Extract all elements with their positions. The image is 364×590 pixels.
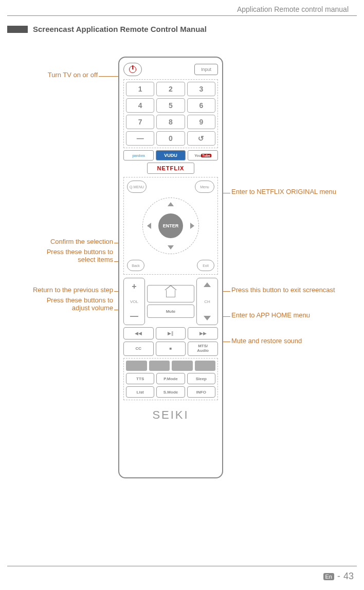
callout-confirm: Confirm the selection [10, 238, 113, 245]
rewind-button[interactable]: ◀◀ [123, 327, 154, 339]
vudu-button[interactable]: VUDU [156, 150, 186, 160]
callout-previous: Return to the previous step [5, 286, 113, 294]
fastforward-button[interactable]: ▶▶ [188, 327, 218, 339]
header-rule [7, 15, 357, 16]
callout-mute: Mute and restore sound [231, 337, 302, 345]
num-2[interactable]: 2 [156, 82, 185, 96]
number-pad: 1 2 3 4 5 6 7 8 9 — 0 ↺ [123, 79, 218, 148]
smode-button[interactable]: S.Mode [156, 386, 185, 398]
nav-section: Q.MENU Menu ENTER Back Exit [123, 177, 218, 275]
youtube-button[interactable]: YouTube [188, 150, 218, 160]
playpause-button[interactable]: ▶‖ [156, 327, 186, 339]
color-blue[interactable] [195, 361, 216, 371]
brand-logo: SEIKI [123, 408, 218, 422]
dpad-up[interactable] [168, 202, 174, 206]
dpad-ring: ENTER [142, 198, 199, 254]
sleep-button[interactable]: Sleep [187, 373, 215, 384]
vol-down[interactable]: — [130, 312, 138, 320]
num-1[interactable]: 1 [126, 82, 154, 96]
input-button[interactable]: Input [194, 64, 218, 75]
callout-home: Enter to APP HOME menu [231, 311, 310, 319]
menu-button[interactable]: Menu [195, 181, 214, 193]
dpad-down[interactable] [168, 245, 174, 249]
footer-rule [7, 566, 357, 566]
ch-down[interactable] [204, 316, 211, 320]
footer-lang: En [323, 573, 334, 580]
tts-button[interactable]: TTS [126, 373, 154, 384]
list-button[interactable]: List [126, 386, 154, 398]
num-return[interactable]: ↺ [187, 131, 215, 146]
back-button[interactable]: Back [127, 260, 144, 271]
num-dash[interactable]: — [126, 131, 154, 146]
info-button[interactable]: INFO [187, 386, 215, 398]
num-5[interactable]: 5 [156, 98, 185, 113]
title-text: Screencast Application Remote Control Ma… [33, 25, 207, 33]
footer-page: 43 [343, 571, 354, 582]
callout-power: Turn TV on or off [10, 71, 98, 79]
pmode-button[interactable]: P.Mode [156, 373, 185, 384]
remote-body: Input 1 2 3 4 5 6 7 8 9 — 0 ↺ pandora VU… [118, 57, 223, 478]
num-7[interactable]: 7 [126, 115, 154, 129]
enter-button[interactable]: ENTER [158, 213, 183, 238]
num-3[interactable]: 3 [187, 82, 215, 96]
num-6[interactable]: 6 [187, 98, 215, 113]
mts-button[interactable]: MTS/ Audio [188, 342, 218, 356]
channel-rocker[interactable]: CH [196, 278, 218, 325]
vol-label: VOL [130, 299, 138, 304]
color-yellow[interactable] [172, 361, 193, 371]
num-8[interactable]: 8 [156, 115, 185, 129]
vol-up[interactable]: + [132, 282, 136, 291]
num-4[interactable]: 4 [126, 98, 154, 113]
ch-up[interactable] [204, 282, 211, 287]
section-title: Screencast Application Remote Control Ma… [7, 25, 207, 33]
color-green[interactable] [149, 361, 170, 371]
color-red[interactable] [126, 361, 147, 371]
stop-button[interactable]: ■ [156, 342, 186, 356]
mute-button[interactable]: Mute [147, 305, 194, 318]
cc-button[interactable]: CC [123, 342, 154, 356]
dpad-right[interactable] [190, 223, 194, 229]
exit-button[interactable]: Exit [197, 260, 214, 271]
power-icon [129, 66, 136, 73]
callout-exit: Press this button to exit screencast [231, 286, 335, 294]
header-subtitle: Application Remote control manual [237, 5, 349, 13]
callout-volume: Press these buttons to adjust volume [10, 296, 113, 312]
footer-sep: - [337, 571, 340, 582]
bottom-section: TTS P.Mode Sleep List S.Mode INFO [123, 358, 218, 400]
pandora-button[interactable]: pandora [123, 150, 154, 160]
dpad-left[interactable] [147, 223, 151, 229]
title-block [7, 26, 28, 33]
home-button[interactable] [147, 285, 194, 302]
callout-netflix: Enter to NETFLIX ORIGINAL menu [231, 188, 336, 195]
dpad: ENTER [142, 198, 199, 254]
ch-label: CH [204, 299, 210, 304]
power-button[interactable] [123, 63, 142, 76]
callout-select: Press these buttons to select items [10, 248, 113, 263]
home-icon [166, 290, 175, 297]
num-9[interactable]: 9 [187, 115, 215, 129]
volume-rocker[interactable]: + VOL — [123, 278, 145, 325]
num-0[interactable]: 0 [156, 131, 185, 146]
footer: En - 43 [323, 571, 354, 582]
netflix-button[interactable]: NETFLIX [147, 163, 194, 174]
qmenu-button[interactable]: Q.MENU [127, 181, 147, 193]
